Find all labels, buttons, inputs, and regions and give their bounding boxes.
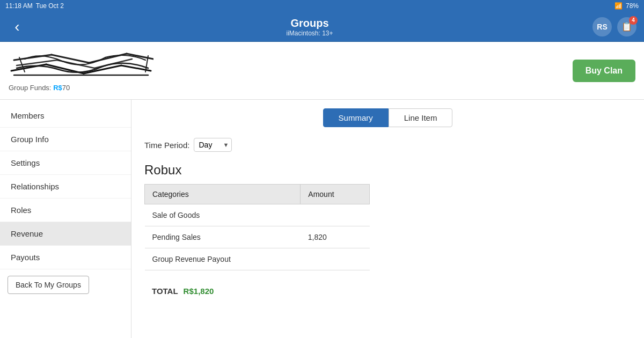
revenue-table: Categories Amount Sale of Goods Pending … [144, 184, 370, 270]
funds-symbol: R$ [53, 84, 62, 92]
amount-group-revenue [301, 248, 370, 270]
time-period-label: Time Period: [144, 141, 189, 150]
roles-label: Roles [11, 205, 31, 215]
col-categories: Categories [145, 185, 301, 204]
sidebar-item-payouts[interactable]: Payouts [0, 246, 131, 269]
table-row: Pending Sales 1,820 [145, 226, 370, 248]
table-header: Categories Amount [145, 185, 370, 204]
table-row: Sale of Goods [145, 204, 370, 226]
tab-summary[interactable]: Summary [323, 108, 389, 127]
battery: 78% [626, 2, 639, 10]
nav-title: Groups iiMacintosh: 13+ [27, 17, 592, 37]
roblox-icon-symbol: RS [597, 23, 607, 31]
category-pending-sales: Pending Sales [145, 226, 301, 248]
relationships-label: Relationships [11, 182, 59, 191]
group-funds-label: Group Funds: [9, 84, 52, 92]
wifi-icon: 📶 [614, 2, 623, 10]
sidebar: Members Group Info Settings Relationship… [0, 100, 131, 338]
nav-right: RS 📋 4 [592, 17, 636, 36]
logo-svg [9, 49, 153, 82]
funds-amount: 70 [62, 84, 70, 92]
tab-summary-label: Summary [339, 113, 373, 122]
payouts-label: Payouts [11, 253, 40, 262]
back-button[interactable]: ‹ [8, 17, 27, 36]
notification-badge: 4 [629, 16, 638, 25]
group-logo [9, 49, 153, 82]
amount-pending-sales: 1,820 [301, 226, 370, 248]
time-period-row: Time Period: Day Week Month Year ▼ [144, 138, 631, 152]
svg-line-4 [17, 60, 57, 65]
content-area: Summary Line Item Time Period: Day Week … [131, 100, 644, 338]
sidebar-item-roles[interactable]: Roles [0, 199, 131, 222]
group-funds: Group Funds: R$70 [9, 84, 153, 92]
time-period-select-wrapper: Day Week Month Year ▼ [194, 138, 232, 152]
group-header: Group Funds: R$70 Buy Clan [0, 42, 644, 100]
amount-sale-of-goods [301, 204, 370, 226]
members-label: Members [11, 111, 45, 120]
buy-clan-button[interactable]: Buy Clan [573, 60, 635, 82]
sidebar-item-settings[interactable]: Settings [0, 151, 131, 175]
page-subtitle: iiMacintosh: 13+ [27, 30, 592, 37]
main-content: Members Group Info Settings Relationship… [0, 100, 644, 338]
table-body: Sale of Goods Pending Sales 1,820 Group … [145, 204, 370, 270]
col-amount: Amount [301, 185, 370, 204]
tab-line-item-label: Line Item [404, 113, 437, 122]
status-right: 📶 78% [614, 2, 639, 10]
page-title: Groups [27, 17, 592, 30]
table-header-row: Categories Amount [145, 185, 370, 204]
total-robux-symbol: R$ [184, 286, 194, 296]
notifications-icon[interactable]: 📋 4 [617, 17, 636, 36]
group-logo-area: Group Funds: R$70 [9, 49, 153, 92]
settings-label: Settings [11, 158, 40, 167]
tabs-container: Summary Line Item [144, 108, 631, 127]
revenue-label: Revenue [11, 229, 43, 238]
total-label: TOTAL [152, 286, 178, 296]
category-sale-of-goods: Sale of Goods [145, 204, 301, 226]
time: 11:18 AM [5, 2, 33, 10]
table-row: Group Revenue Payout [145, 248, 370, 270]
sidebar-item-relationships[interactable]: Relationships [0, 175, 131, 199]
status-bar: 11:18 AM Tue Oct 2 📶 78% [0, 0, 644, 12]
sidebar-item-revenue[interactable]: Revenue [0, 222, 131, 246]
category-group-revenue: Group Revenue Payout [145, 248, 301, 270]
group-info-label: Group Info [11, 135, 49, 144]
tab-line-item[interactable]: Line Item [389, 108, 453, 127]
time-period-select[interactable]: Day Week Month Year [194, 138, 232, 152]
back-to-groups-button[interactable]: Back To My Groups [8, 276, 89, 294]
total-amount: R$1,820 [184, 286, 214, 296]
back-arrow-icon: ‹ [14, 18, 19, 35]
total-row: TOTAL R$1,820 [144, 286, 631, 296]
roblox-icon[interactable]: RS [592, 17, 612, 36]
nav-bar: ‹ Groups iiMacintosh: 13+ RS 📋 4 [0, 12, 644, 42]
sidebar-item-members[interactable]: Members [0, 104, 131, 128]
robux-section-title: Robux [144, 163, 631, 178]
status-left: 11:18 AM Tue Oct 2 [5, 2, 64, 10]
sidebar-item-group-info[interactable]: Group Info [0, 128, 131, 151]
total-value: 1,820 [194, 286, 214, 296]
date: Tue Oct 2 [36, 2, 64, 10]
